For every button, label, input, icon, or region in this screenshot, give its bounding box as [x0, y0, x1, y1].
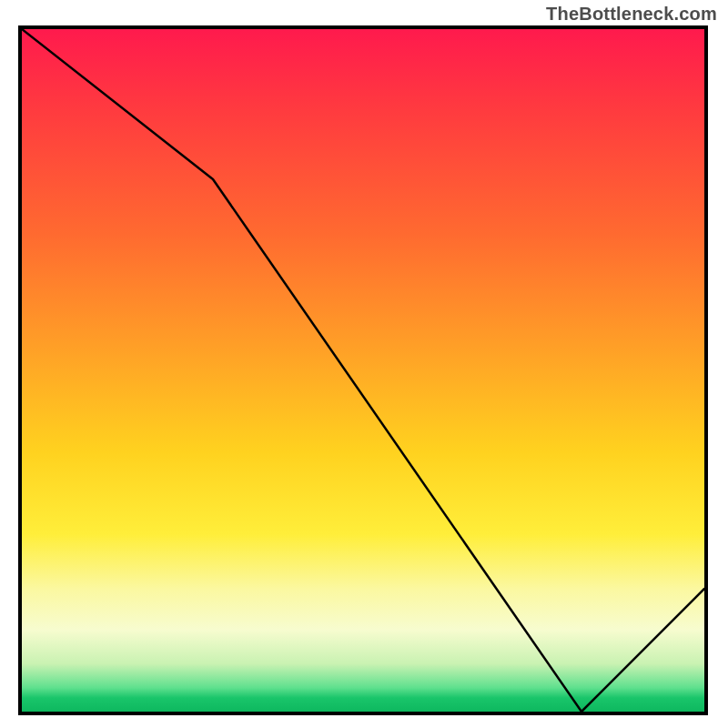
line-series: [22, 29, 704, 712]
watermark-text: TheBottleneck.com: [546, 4, 717, 25]
plot-area: [18, 25, 708, 715]
chart-stage: TheBottleneck.com: [0, 0, 728, 728]
